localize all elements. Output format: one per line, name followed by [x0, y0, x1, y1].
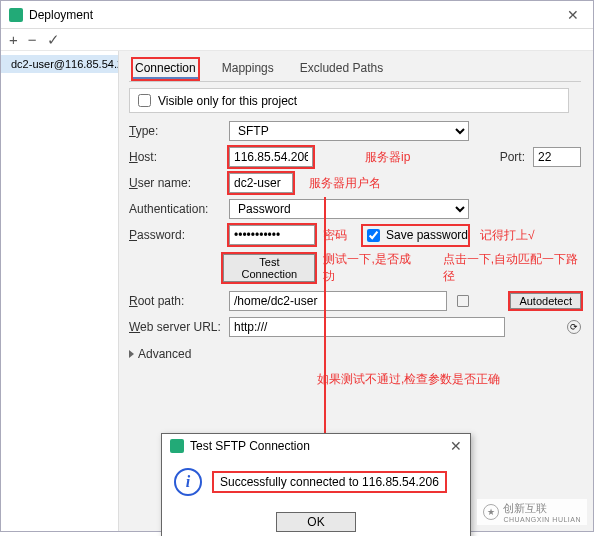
dialog-titlebar: Test SFTP Connection ✕ [162, 434, 470, 458]
dialog-title: Test SFTP Connection [190, 439, 310, 453]
password-label: Password: [129, 228, 221, 242]
web-url-label: Web server URL: [129, 320, 221, 334]
visible-only-row: Visible only for this project [129, 88, 569, 113]
annotation-server-ip: 服务器ip [365, 149, 410, 166]
sidebar-item-label: dc2-user@116.85.54.207 [11, 58, 118, 70]
window-title: Deployment [29, 8, 93, 22]
annotation-test: 测试一下,是否成功 [323, 251, 416, 285]
info-icon: i [174, 468, 202, 496]
password-input[interactable] [229, 225, 315, 245]
chevron-right-icon [129, 350, 134, 358]
close-icon[interactable]: ✕ [561, 7, 585, 23]
autodetect-button[interactable]: Autodetect [510, 293, 581, 309]
toolbar: + − ✓ [1, 29, 593, 51]
annotation-remember: 记得打上√ [480, 227, 535, 244]
arrow-line [324, 197, 326, 443]
dialog-ok-button[interactable]: OK [276, 512, 356, 532]
app-icon [9, 8, 23, 22]
root-path-browse-icon[interactable] [457, 295, 469, 307]
annotation-server-user: 服务器用户名 [309, 175, 381, 192]
host-input[interactable] [229, 147, 313, 167]
add-icon[interactable]: + [9, 31, 18, 48]
port-input[interactable] [533, 147, 581, 167]
tabs: Connection Mappings Excluded Paths [129, 57, 581, 82]
sidebar-item-server[interactable]: dc2-user@116.85.54.207 [1, 55, 118, 73]
tab-excluded[interactable]: Excluded Paths [298, 59, 385, 79]
save-password-checkbox[interactable] [367, 229, 380, 242]
type-label: Type: [129, 124, 221, 138]
port-label: Port: [500, 150, 525, 164]
tab-connection[interactable]: Connection [133, 59, 198, 79]
test-connection-button[interactable]: Test Connection [223, 254, 315, 282]
root-path-label: Root path: [129, 294, 221, 308]
sidebar: dc2-user@116.85.54.207 [1, 51, 119, 531]
user-label: User name: [129, 176, 221, 190]
svg-rect-0 [9, 8, 23, 22]
host-label: Host: [129, 150, 221, 164]
dialog-app-icon [170, 439, 184, 453]
test-connection-dialog: Test SFTP Connection ✕ i Successfully co… [161, 433, 471, 536]
auth-label: Authentication: [129, 202, 221, 216]
web-url-open-icon[interactable]: ⟳ [567, 320, 581, 334]
dialog-message: Successfully connected to 116.85.54.206 [214, 473, 445, 491]
check-icon[interactable]: ✓ [47, 31, 60, 49]
root-path-input[interactable] [229, 291, 447, 311]
watermark: ★ 创新互联 CHUANGXIN HULIAN [477, 499, 587, 525]
auth-select[interactable]: Password [229, 199, 469, 219]
annotation-fail: 如果测试不通过,检查参数是否正确 [317, 371, 500, 388]
web-url-input[interactable] [229, 317, 505, 337]
visible-only-checkbox[interactable] [138, 94, 151, 107]
titlebar: Deployment ✕ [1, 1, 593, 29]
deployment-window: Deployment ✕ + − ✓ dc2-user@116.85.54.20… [0, 0, 594, 532]
advanced-section[interactable]: Advanced [129, 347, 581, 361]
watermark-sub: CHUANGXIN HULIAN [503, 516, 581, 523]
dialog-close-icon[interactable]: ✕ [450, 438, 462, 454]
remove-icon[interactable]: − [28, 31, 37, 48]
watermark-icon: ★ [483, 504, 499, 520]
username-input[interactable] [229, 173, 293, 193]
visible-only-label: Visible only for this project [158, 94, 297, 108]
tab-mappings[interactable]: Mappings [220, 59, 276, 79]
annotation-autodetect: 点击一下,自动匹配一下路径 [443, 251, 581, 285]
save-password-label: Save password [386, 228, 468, 242]
advanced-label: Advanced [138, 347, 191, 361]
annotation-password: 密码 [323, 227, 347, 244]
watermark-brand: 创新互联 [503, 501, 581, 516]
type-select[interactable]: SFTP [229, 121, 469, 141]
